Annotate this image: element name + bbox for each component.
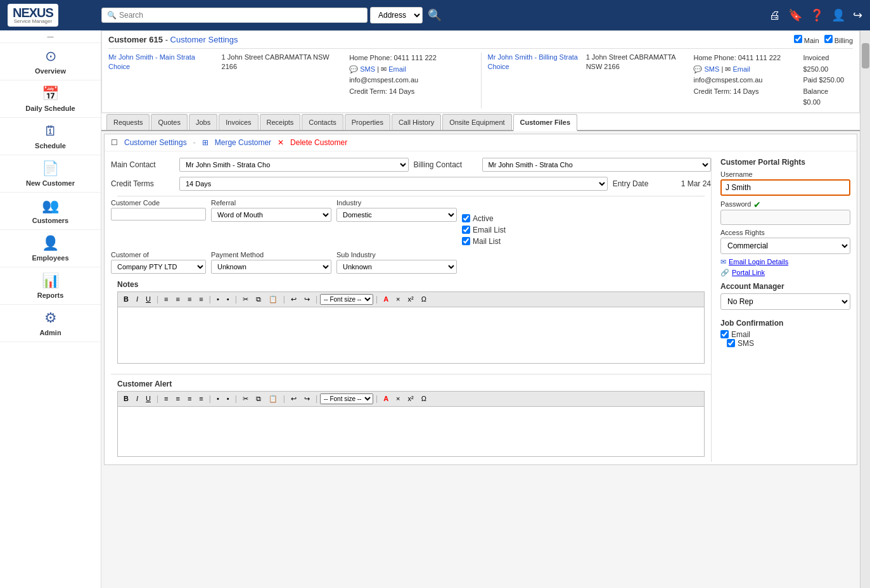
font-color-btn[interactable]: A [380, 294, 392, 304]
alert-clear-format-btn[interactable]: × [393, 393, 403, 404]
sidebar-item-admin[interactable]: ⚙ Admin [0, 305, 101, 342]
merge-customer-link[interactable]: Merge Customer [215, 138, 271, 147]
job-email-checkbox[interactable] [720, 330, 729, 338]
sidebar-item-reports[interactable]: 📊 Reports [0, 267, 101, 305]
tab-receipts[interactable]: Receipts [260, 114, 301, 130]
referral-select[interactable]: Word of MouthInternetFlyerOther [211, 208, 331, 222]
tab-jobs[interactable]: Jobs [189, 114, 217, 130]
user-icon[interactable]: 👤 [831, 8, 845, 22]
cut-btn[interactable]: ✂ [240, 294, 252, 305]
sidebar-item-daily-schedule[interactable]: 📅 Daily Schedule [0, 80, 101, 118]
password-input[interactable] [720, 210, 850, 225]
account-manager-select[interactable]: No RepRep 1Rep 2 [720, 293, 850, 310]
alert-ul-btn[interactable]: • [214, 393, 222, 404]
sub-industry-select[interactable]: UnknownResidentialStrata [336, 260, 457, 274]
tab-requests[interactable]: Requests [106, 114, 150, 130]
alert-align-justify-btn[interactable]: ≡ [196, 393, 206, 404]
print-icon[interactable]: 🖨 [769, 9, 781, 22]
omega-btn[interactable]: Ω [418, 294, 430, 304]
main-checkbox[interactable] [794, 35, 802, 43]
copy-btn[interactable]: ⧉ [253, 294, 264, 305]
portal-link[interactable]: Portal Link [732, 269, 765, 276]
redo-btn[interactable]: ↪ [301, 294, 313, 305]
main-contact-select[interactable]: Mr John Smith - Strata Cho [179, 158, 409, 172]
portal-link-row[interactable]: 🔗 Portal Link [720, 269, 850, 277]
customer-settings-link[interactable]: Customer Settings [170, 35, 238, 44]
notes-editor[interactable] [117, 307, 705, 364]
access-rights-select[interactable]: CommercialRead OnlyFull Access [720, 238, 850, 254]
alert-italic-btn[interactable]: I [133, 393, 141, 404]
alert-redo-btn[interactable]: ↪ [301, 393, 313, 404]
alert-editor[interactable] [117, 406, 705, 457]
billing-checkbox[interactable] [824, 35, 833, 43]
alert-font-size-select[interactable]: -- Font size -- [320, 393, 373, 404]
mail-list-check-row[interactable]: Mail List [462, 237, 711, 246]
customer-settings-toolbar-link[interactable]: Customer Settings [124, 138, 187, 147]
help-icon[interactable]: ❓ [810, 8, 824, 22]
alert-undo-btn[interactable]: ↩ [288, 393, 300, 404]
email-link[interactable]: Email [388, 65, 406, 73]
billing-check-label[interactable]: Billing [824, 35, 853, 44]
alert-superscript-btn[interactable]: x² [405, 393, 417, 404]
email-login-link[interactable]: Email Login Details [729, 258, 788, 265]
sidebar-item-customers[interactable]: 👥 Customers [0, 193, 101, 230]
alert-bold-btn[interactable]: B [120, 393, 132, 404]
billing-contact-select[interactable]: Mr John Smith - Strata Cho [482, 158, 712, 172]
scrollbar[interactable] [860, 30, 870, 588]
sidebar-item-new-customer[interactable]: 📄 New Customer [0, 155, 101, 193]
bold-btn[interactable]: B [120, 294, 132, 304]
alert-cut-btn[interactable]: ✂ [240, 393, 252, 404]
username-input[interactable] [720, 179, 850, 196]
industry-select[interactable]: DomesticCommercialIndustrial [336, 208, 457, 222]
undo-btn[interactable]: ↩ [288, 294, 300, 305]
job-email-check-row[interactable]: Email [720, 330, 850, 339]
sidebar-item-overview[interactable]: ⊙ Overview [0, 43, 101, 80]
tab-quotes[interactable]: Quotes [151, 114, 187, 130]
search-input[interactable] [119, 11, 362, 20]
customer-code-input[interactable] [111, 208, 206, 220]
customer-of-select[interactable]: Company PTY LTD [111, 260, 206, 274]
sidebar-toggle[interactable]: — [0, 30, 101, 43]
billing-email-link[interactable]: Email [732, 65, 750, 73]
tab-call-history[interactable]: Call History [392, 114, 441, 130]
tab-invoices[interactable]: Invoices [219, 114, 258, 130]
tab-onsite-equipment[interactable]: Onsite Equipment [442, 114, 511, 130]
tab-contacts[interactable]: Contacts [302, 114, 343, 130]
sidebar-item-schedule[interactable]: 🗓 Schedule [0, 118, 101, 155]
alert-paste-btn[interactable]: 📋 [265, 393, 281, 404]
underline-btn[interactable]: U [143, 294, 154, 304]
tab-properties[interactable]: Properties [345, 114, 390, 130]
alert-omega-btn[interactable]: Ω [418, 393, 430, 404]
bookmark-icon[interactable]: 🔖 [788, 8, 802, 22]
email-login-row[interactable]: ✉ Email Login Details [720, 258, 850, 266]
active-checkbox[interactable] [462, 214, 470, 222]
align-justify-btn[interactable]: ≡ [196, 294, 206, 304]
align-center-btn[interactable]: ≡ [173, 294, 183, 304]
tab-customer-files[interactable]: Customer Files [513, 114, 577, 131]
alert-ol-btn[interactable]: • [224, 393, 233, 404]
main-check-label[interactable]: Main [794, 35, 819, 44]
alert-align-left-btn[interactable]: ≡ [161, 393, 171, 404]
payment-method-select[interactable]: UnknownCashCredit CardEFT [211, 260, 331, 274]
mail-list-checkbox[interactable] [462, 237, 470, 245]
email-list-check-row[interactable]: Email List [462, 226, 711, 234]
font-size-select[interactable]: -- Font size -- [320, 294, 373, 305]
delete-customer-link[interactable]: Delete Customer [290, 138, 347, 147]
italic-btn[interactable]: I [133, 294, 141, 304]
credit-terms-select[interactable]: 14 Days [179, 177, 608, 191]
address-dropdown[interactable]: Address [370, 7, 423, 23]
job-sms-checkbox[interactable] [727, 339, 735, 347]
job-sms-check-row[interactable]: SMS [727, 339, 754, 348]
alert-underline-btn[interactable]: U [143, 393, 154, 404]
clear-format-btn[interactable]: × [393, 294, 403, 304]
align-left-btn[interactable]: ≡ [161, 294, 171, 304]
email-list-checkbox[interactable] [462, 226, 470, 234]
alert-align-right-btn[interactable]: ≡ [184, 393, 195, 404]
logout-icon[interactable]: ↪ [853, 8, 862, 22]
alert-font-color-btn[interactable]: A [380, 393, 392, 404]
search-button[interactable]: 🔍 [425, 6, 444, 25]
ol-btn[interactable]: • [224, 294, 233, 304]
active-check-row[interactable]: Active [462, 214, 711, 223]
billing-sms-link[interactable]: SMS [705, 65, 720, 73]
align-right-btn[interactable]: ≡ [184, 294, 195, 304]
